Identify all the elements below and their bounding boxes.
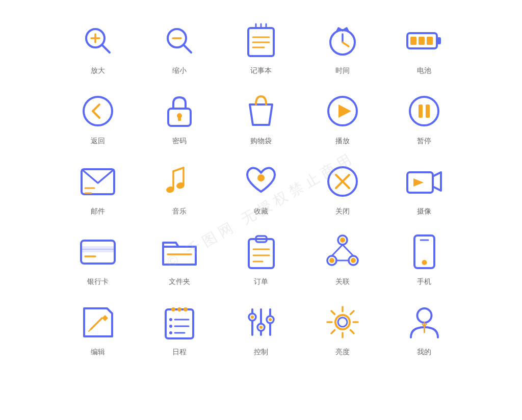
link-icon	[322, 231, 363, 272]
icon-cell-close: 关闭	[302, 161, 383, 216]
icon-cell-pause: 暂停	[383, 91, 465, 146]
icon-cell-schedule: 日程	[139, 302, 220, 357]
svg-rect-18	[437, 37, 441, 44]
close-label: 关闭	[335, 207, 350, 216]
password-label: 密码	[172, 137, 187, 146]
svg-line-62	[343, 245, 353, 256]
svg-rect-69	[166, 309, 193, 338]
favorite-icon	[241, 161, 281, 202]
back-label: 返回	[91, 137, 105, 146]
svg-rect-25	[178, 117, 181, 121]
svg-line-1	[102, 45, 110, 52]
svg-point-39	[257, 174, 265, 181]
order-icon	[241, 231, 281, 272]
schedule-label: 日程	[172, 348, 187, 357]
svg-line-16	[343, 42, 349, 46]
svg-line-36	[173, 168, 184, 171]
icon-cell-folder: 文件夹	[139, 231, 220, 286]
svg-point-58	[340, 238, 345, 243]
icon-grid: 放大 缩小 记	[27, 10, 495, 367]
password-icon	[159, 91, 200, 132]
icon-cell-time: 时间	[302, 20, 383, 75]
icon-cell-zoom-in: 放大	[57, 20, 139, 75]
icon-cell-order: 订单	[220, 231, 302, 286]
time-icon	[322, 20, 363, 61]
shopping-bag-label: 购物袋	[250, 137, 272, 146]
play-label: 播放	[335, 137, 350, 146]
svg-point-86	[259, 326, 263, 329]
icon-cell-edit: 编辑	[57, 302, 139, 357]
control-icon	[241, 302, 281, 343]
icon-cell-camera: 摄像	[383, 161, 465, 216]
icon-cell-notepad: 记事本	[220, 20, 302, 75]
svg-point-22	[84, 97, 112, 125]
icon-cell-profile: 我的	[383, 302, 465, 357]
control-label: 控制	[254, 348, 268, 357]
pause-icon	[404, 91, 445, 132]
pause-label: 暂停	[417, 137, 431, 146]
mobile-icon	[404, 231, 445, 272]
svg-rect-19	[410, 37, 416, 45]
camera-label: 摄像	[417, 207, 431, 216]
folder-icon	[159, 231, 200, 272]
bank-card-label: 银行卡	[87, 277, 109, 286]
svg-line-94	[351, 330, 354, 334]
time-label: 时间	[335, 66, 350, 75]
icon-cell-password: 密码	[139, 91, 220, 146]
profile-icon	[404, 302, 445, 343]
svg-point-70	[171, 307, 175, 311]
svg-point-71	[177, 307, 181, 311]
mobile-label: 手机	[417, 277, 431, 286]
shopping-bag-icon	[241, 91, 281, 132]
close-icon	[322, 161, 363, 202]
edit-icon	[77, 302, 118, 343]
zoom-out-icon	[159, 20, 200, 61]
icon-cell-bank-card: 银行卡	[57, 231, 139, 286]
svg-point-65	[422, 260, 427, 265]
camera-icon	[404, 161, 445, 202]
svg-point-85	[251, 316, 254, 319]
zoom-in-label: 放大	[91, 66, 105, 75]
music-icon	[159, 161, 200, 202]
svg-point-97	[338, 318, 347, 327]
play-icon	[322, 91, 363, 132]
battery-label: 电池	[417, 66, 431, 75]
folder-label: 文件夹	[169, 277, 190, 286]
svg-rect-20	[419, 37, 425, 45]
icon-cell-battery: 电池	[383, 20, 465, 75]
music-label: 音乐	[172, 207, 187, 216]
icon-cell-play: 播放	[302, 91, 383, 146]
svg-marker-44	[413, 178, 424, 187]
brightness-label: 亮度	[335, 348, 350, 357]
notepad-icon	[241, 20, 281, 61]
icon-cell-music: 音乐	[139, 161, 220, 216]
svg-point-87	[269, 318, 272, 321]
svg-point-75	[169, 325, 172, 328]
svg-line-61	[332, 245, 343, 256]
svg-rect-30	[426, 104, 430, 118]
svg-line-95	[351, 311, 354, 314]
icon-cell-mobile: 手机	[383, 231, 465, 286]
svg-rect-29	[419, 104, 423, 118]
edit-label: 编辑	[91, 348, 105, 357]
svg-point-72	[184, 307, 188, 311]
icon-cell-favorite: 收藏	[220, 161, 302, 216]
svg-line-68	[89, 329, 91, 331]
email-icon	[77, 161, 118, 202]
svg-marker-27	[338, 104, 351, 118]
svg-line-5	[184, 45, 191, 52]
back-icon	[77, 91, 118, 132]
svg-point-77	[169, 331, 172, 334]
notepad-label: 记事本	[250, 66, 272, 75]
svg-point-73	[169, 318, 172, 321]
email-label: 邮件	[91, 207, 105, 216]
icon-cell-brightness: 亮度	[302, 302, 383, 357]
svg-rect-21	[427, 37, 433, 45]
bank-card-icon	[77, 231, 118, 272]
icon-cell-control: 控制	[220, 302, 302, 357]
svg-point-98	[417, 308, 431, 323]
zoom-in-icon	[77, 20, 118, 61]
svg-point-59	[329, 258, 334, 263]
icon-cell-shopping-bag: 购物袋	[220, 91, 302, 146]
battery-icon	[404, 20, 445, 61]
